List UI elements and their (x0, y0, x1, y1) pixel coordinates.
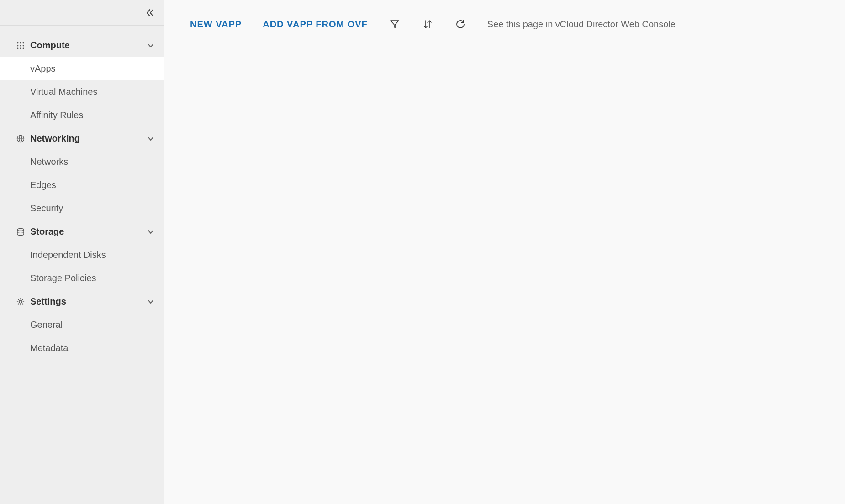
svg-point-7 (20, 47, 21, 49)
nav-link-security[interactable]: Security (0, 197, 164, 220)
nav-group-compute[interactable]: Compute (0, 34, 164, 57)
storage-icon (16, 228, 26, 236)
nav-group-settings[interactable]: Settings (0, 290, 164, 313)
gear-icon (16, 298, 26, 306)
svg-point-6 (17, 47, 19, 49)
chevron-down-icon (148, 42, 154, 49)
nav-link-virtual-machines[interactable]: Virtual Machines (0, 80, 164, 104)
nav-link-affinity-rules[interactable]: Affinity Rules (0, 104, 164, 127)
add-vapp-from-ovf-button[interactable]: ADD VAPP FROM OVF (263, 19, 368, 30)
filter-button[interactable] (389, 18, 401, 30)
svg-point-2 (23, 42, 24, 43)
main-content: NEW VAPP ADD VAPP FROM OVF See this page… (164, 0, 845, 504)
svg-point-11 (19, 300, 22, 303)
nav-group-networking[interactable]: Networking (0, 127, 164, 150)
svg-point-4 (20, 45, 21, 46)
chevron-down-icon (148, 229, 154, 235)
nav-group-label: Networking (30, 133, 80, 144)
nav-group-label: Compute (30, 40, 70, 51)
sidebar: Compute vApps Virtual Machines Affinity … (0, 0, 164, 504)
collapse-sidebar-button[interactable] (145, 7, 156, 18)
funnel-icon (389, 19, 400, 30)
chevron-down-icon (148, 136, 154, 142)
chevron-down-icon (148, 299, 154, 305)
chevron-double-left-icon (146, 8, 155, 17)
nav-link-networks[interactable]: Networks (0, 150, 164, 173)
refresh-button[interactable] (454, 18, 466, 30)
web-console-link[interactable]: See this page in vCloud Director Web Con… (487, 19, 676, 30)
svg-point-8 (23, 47, 24, 49)
globe-icon (16, 135, 26, 143)
sort-arrows-icon (422, 19, 433, 30)
nav-link-independent-disks[interactable]: Independent Disks (0, 243, 164, 267)
svg-point-3 (17, 45, 19, 46)
sort-button[interactable] (422, 18, 433, 30)
nav-group-label: Settings (30, 296, 66, 307)
sidebar-top (0, 0, 164, 26)
svg-point-10 (17, 228, 24, 231)
svg-point-5 (23, 45, 24, 46)
toolbar: NEW VAPP ADD VAPP FROM OVF See this page… (164, 0, 845, 30)
nav-group-storage[interactable]: Storage (0, 220, 164, 243)
nav-group-label: Storage (30, 226, 64, 237)
svg-point-1 (20, 42, 21, 43)
nav-link-vapps[interactable]: vApps (0, 57, 164, 80)
nav-link-storage-policies[interactable]: Storage Policies (0, 267, 164, 290)
nav-link-edges[interactable]: Edges (0, 173, 164, 197)
nav-link-metadata[interactable]: Metadata (0, 336, 164, 360)
new-vapp-button[interactable]: NEW VAPP (190, 19, 242, 30)
sidebar-nav: Compute vApps Virtual Machines Affinity … (0, 26, 164, 360)
svg-point-0 (17, 42, 19, 43)
refresh-icon (455, 19, 466, 30)
grid-icon (16, 42, 26, 49)
nav-link-general[interactable]: General (0, 313, 164, 336)
